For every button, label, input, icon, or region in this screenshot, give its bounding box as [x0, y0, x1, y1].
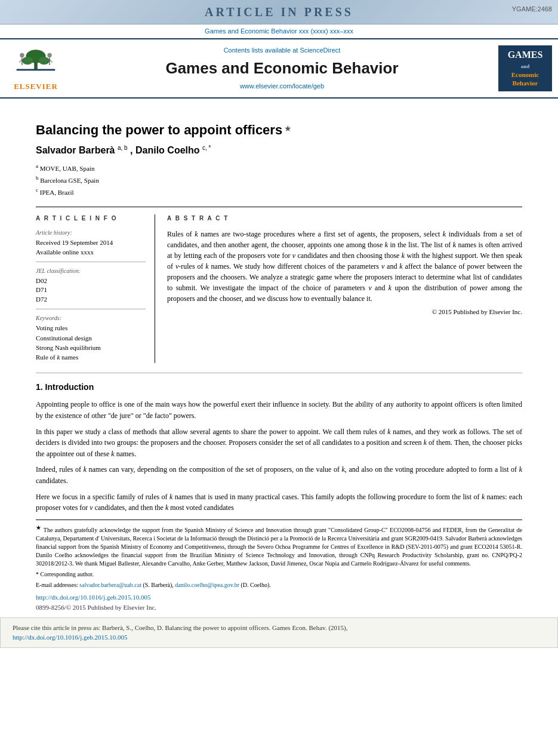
author2-name: Danilo Coelho	[135, 146, 200, 156]
affil-2-sup: b	[36, 175, 39, 181]
keyword-4: Rule of k names	[36, 353, 146, 362]
article-title: Balancing the power to appoint officers	[36, 122, 282, 137]
corresponding-label: * Corresponding author.	[36, 571, 94, 577]
main-content: Balancing the power to appoint officers …	[0, 99, 558, 514]
footnote-area: ★ The authors gratefully acknowledge the…	[36, 520, 522, 589]
two-col-section: A R T I C L E I N F O Article history: R…	[36, 207, 522, 363]
section-divider	[36, 373, 522, 373]
page-wrapper: ARTICLE IN PRESS YGAME:2468 Games and Ec…	[0, 0, 558, 756]
copyright-line: © 2015 Published by Elsevier Inc.	[167, 308, 522, 316]
journal-citation-text: Games and Economic Behavior xxx (xxxx) x…	[205, 27, 353, 35]
footnote-main: ★ The authors gratefully acknowledge the…	[36, 524, 522, 568]
affiliations: a MOVE, UAB, Spain b Barcelona GSE, Spai…	[36, 162, 522, 197]
doi-link[interactable]: http://dx.doi.org/10.1016/j.geb.2015.10.…	[36, 594, 151, 601]
games-logo-games: GAMES	[503, 49, 547, 62]
author2-sup: c, *	[202, 145, 211, 151]
elsevier-tree-icon	[12, 44, 60, 80]
footnote-star-icon: ★	[36, 524, 42, 531]
keywords-label: Keywords:	[36, 314, 146, 322]
email1-author: (S. Barberà),	[143, 582, 175, 588]
affil-2-text: Barcelona GSE, Spain	[40, 177, 99, 184]
title-star: ★	[284, 124, 292, 133]
keyword-1: Voting rules	[36, 324, 146, 333]
jel-codes: D02 D71 D72	[36, 276, 146, 304]
article-in-press-banner: ARTICLE IN PRESS	[0, 0, 558, 24]
svg-point-9	[47, 53, 51, 57]
affil-1-text: MOVE, UAB, Spain	[40, 165, 95, 172]
affil-3-text: IPEA, Brazil	[40, 189, 74, 196]
abstract-col: A B S T R A C T Rules of k names are two…	[167, 214, 522, 363]
games-logo: GAMES and Economic Behavior	[498, 45, 552, 91]
footnote-corresponding: * Corresponding author.	[36, 570, 522, 579]
journal-center: Contents lists available at ScienceDirec…	[72, 46, 492, 91]
journal-citation: Games and Economic Behavior xxx (xxxx) x…	[0, 24, 558, 38]
cite-bar-doi-link[interactable]: http://dx.doi.org/10.1016/j.geb.2015.10.…	[13, 634, 128, 641]
journal-header: ELSEVIER Contents lists available at Sci…	[0, 38, 558, 98]
footnote-emails: E-mail addresses: salvador.barbera@uab.c…	[36, 581, 522, 589]
article-info-header: A R T I C L E I N F O	[36, 214, 146, 223]
author1-sup: a, b	[118, 145, 128, 151]
games-logo-and: and	[521, 63, 530, 69]
history-label: Article history:	[36, 229, 146, 237]
email2-link[interactable]: danilo.coelho@ipea.gov.br	[175, 582, 239, 588]
intro-para-3: Indeed, rules of k names can vary, depen…	[36, 464, 522, 486]
intro-para-1: Appointing people to office is one of th…	[36, 399, 522, 421]
jel-d72: D72	[36, 295, 146, 304]
affil-1-sup: a	[36, 163, 38, 169]
affil-2: b Barcelona GSE, Spain	[36, 174, 522, 185]
banner-text: ARTICLE IN PRESS	[205, 5, 353, 19]
author-separator: ,	[130, 146, 135, 156]
received-value: Received 19 September 2014	[36, 238, 146, 247]
article-id: YGAME:2468	[512, 5, 552, 14]
intro-para-2: In this paper we study a class of method…	[36, 426, 522, 460]
elsevier-logo: ELSEVIER	[6, 44, 66, 92]
affil-1: a MOVE, UAB, Spain	[36, 162, 522, 173]
keywords-list: Voting rules Constitutional design Stron…	[36, 324, 146, 362]
cite-bar-line2: http://dx.doi.org/10.1016/j.geb.2015.10.…	[13, 632, 545, 643]
cite-bar: Please cite this article in press as: Ba…	[0, 617, 558, 648]
jel-d71: D71	[36, 285, 146, 294]
authors-line: Salvador Barberà a, b , Danilo Coelho c,…	[36, 144, 522, 158]
abstract-header: A B S T R A C T	[167, 214, 522, 223]
email2-author: (D. Coelho).	[241, 582, 271, 588]
elsevier-wordmark: ELSEVIER	[14, 81, 58, 92]
journal-url[interactable]: www.elsevier.com/locate/geb	[72, 82, 492, 91]
article-info-col: A R T I C L E I N F O Article history: R…	[36, 214, 155, 363]
issn-line: 0899-8256/© 2015 Published by Elsevier I…	[36, 603, 522, 612]
games-logo-box: GAMES and Economic Behavior	[498, 45, 552, 91]
games-logo-behavior: Behavior	[513, 79, 538, 87]
available-value: Available online xxxx	[36, 248, 146, 257]
jel-label: JEL classification:	[36, 267, 146, 275]
sciencedirect-link-text[interactable]: ScienceDirect	[300, 47, 340, 54]
cite-bar-line1: Please cite this article in press as: Ba…	[13, 623, 545, 633]
intro-para-4: Here we focus in a specific family of ru…	[36, 491, 522, 514]
abstract-text: Rules of k names are two-stage procedure…	[167, 229, 522, 304]
games-logo-economic: Economic	[503, 70, 547, 79]
svg-point-5	[20, 53, 24, 57]
jel-d02: D02	[36, 276, 146, 285]
author1-name: Salvador Barberà	[36, 146, 115, 156]
email1-link[interactable]: salvador.barbera@uab.cat	[79, 582, 141, 588]
intro-heading: 1. Introduction	[36, 382, 522, 394]
affil-3: c IPEA, Brazil	[36, 186, 522, 197]
journal-title: Games and Economic Behavior	[72, 57, 492, 79]
keyword-2: Constitutional design	[36, 334, 146, 343]
sciencedirect-label: Contents lists available at ScienceDirec…	[72, 46, 492, 55]
affil-3-sup: c	[36, 187, 38, 193]
email-label: E-mail addresses:	[36, 582, 78, 588]
doi-line: http://dx.doi.org/10.1016/j.geb.2015.10.…	[36, 593, 522, 602]
keyword-3: Strong Nash equilibrium	[36, 343, 146, 352]
